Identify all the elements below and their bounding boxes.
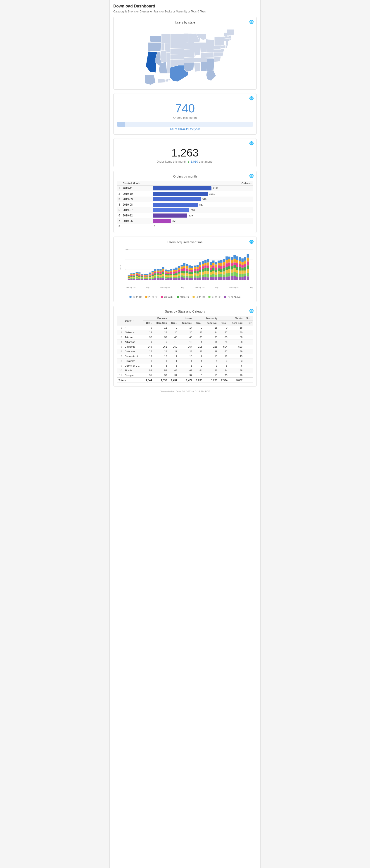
bar-segment: [133, 279, 135, 280]
bar-segment: [241, 277, 244, 280]
bar-segment: [146, 277, 149, 278]
bar-segment: [173, 274, 175, 275]
globe-icon: 🌐: [249, 20, 254, 24]
row-bar: 716: [151, 207, 253, 213]
th-jeans: Jeans: [168, 316, 194, 321]
bar-segment: [138, 272, 141, 273]
bar-segment: [212, 263, 215, 266]
state-sort-arrow[interactable]: ↑: [131, 319, 132, 322]
bar-segment: [199, 272, 201, 275]
bar-segment: [165, 271, 167, 272]
bar-segment: [189, 274, 191, 276]
bar-segment: [175, 271, 178, 273]
totals-jean-ic: 1,472: [179, 378, 194, 383]
bar-segment: [228, 257, 230, 259]
legend-item: 20 to 29: [145, 296, 157, 298]
bar-segment: [239, 277, 241, 280]
legend-item: 50 to 59: [192, 296, 205, 298]
bar-segment: [215, 275, 217, 277]
state-sort-arrow2[interactable]: ↓: [133, 319, 134, 322]
bar-segment: [228, 267, 230, 269]
bar-segment: [162, 276, 164, 278]
order-items-sub: Order Items this month ▲ 1,010 Last mont…: [117, 160, 253, 163]
bar-segment: [157, 271, 159, 272]
bar-segment: [157, 278, 159, 280]
bar-segment: [218, 260, 220, 263]
bar-segment: [202, 266, 204, 269]
bar-segment: [244, 257, 246, 260]
sales-table-row: 3 Arizona 32 32 40 40 35 35 85 88: [117, 335, 253, 340]
row-bar: 946: [151, 196, 253, 202]
bar-segment: [181, 269, 183, 271]
bar-segment: [170, 271, 172, 272]
bar-segment: [159, 271, 162, 272]
page-subtitle: Category is Shorts or Dresses or Jeans o…: [113, 10, 257, 13]
bar-segment: [212, 266, 215, 268]
bar-segment: [162, 271, 164, 272]
legend-item: 30 to 39: [161, 296, 173, 298]
bar-segment: [170, 278, 172, 280]
bar-segment: [225, 256, 228, 260]
bar-segment: [154, 269, 156, 271]
bar-segment: [207, 271, 209, 274]
row-num: 4: [117, 202, 121, 207]
bar-segment: [138, 277, 141, 278]
bar-segment: [175, 278, 178, 280]
bar-segment: [159, 278, 162, 280]
chart-legend: 10 to 1920 to 2930 to 3940 to 4950 to 59…: [117, 296, 253, 298]
legend-item: 60 to 69: [208, 296, 220, 298]
bar-segment: [210, 277, 212, 280]
bar-segment: [234, 262, 236, 265]
bar-segment: [191, 266, 193, 268]
bar-segment: [220, 262, 222, 266]
legend-item: 70 or Above: [224, 296, 241, 298]
bar-segment: [186, 278, 188, 280]
jean-orc-sort[interactable]: ↓: [176, 322, 177, 324]
bar-segment: [183, 278, 185, 280]
bar-segment: [165, 272, 167, 273]
bar-segment: [186, 271, 188, 273]
bar-segment: [130, 277, 132, 278]
bar-segment: [186, 269, 188, 271]
sales-table-row: 2 Alabama 25 25 20 20 23 24 57 60: [117, 330, 253, 335]
svg-marker-30: [201, 62, 207, 71]
bar-segment: [196, 267, 199, 269]
bar-segment: [194, 267, 196, 269]
stacked-bar-chart: 250 0: [125, 247, 253, 285]
svg-marker-26: [206, 39, 214, 52]
globe-icon-6: 🌐: [249, 309, 254, 313]
th-so-or: Or: [244, 321, 253, 326]
bar-segment: [159, 277, 162, 278]
x-label: July: [249, 286, 253, 289]
svg-marker-25: [200, 42, 206, 53]
bar-segment: [165, 270, 167, 271]
bar-segment: [239, 274, 241, 277]
bar-segment: [210, 275, 212, 277]
dress-orc-sort[interactable]: ↓: [151, 322, 152, 324]
bar-segment: [234, 255, 236, 259]
bar-segment: [149, 278, 151, 279]
bar-segment: [220, 277, 222, 280]
bar-segment: [170, 269, 172, 271]
short-orc-sort[interactable]: ↓: [226, 322, 227, 324]
totals-jean-orc: 1,434: [168, 378, 179, 383]
bar-segment: [194, 278, 196, 280]
bar-segment: [128, 277, 130, 278]
bar-table-row: 5 2019-07 716: [117, 207, 253, 213]
bar-segment: [202, 277, 204, 280]
bar-segment: [202, 272, 204, 275]
order-items-last-month-value: 1,010: [191, 160, 198, 163]
bar-segment: [133, 276, 135, 277]
row-num: 2: [117, 191, 121, 196]
bar-segment: [152, 272, 154, 273]
bar-segment: [183, 263, 185, 266]
th-so: So...: [244, 316, 253, 321]
bar-segment: [220, 260, 222, 263]
bar-segment: [136, 275, 138, 276]
bar-segment: [191, 268, 193, 270]
row-num: 8: [117, 224, 121, 229]
bar-segment: [241, 258, 244, 262]
mat-orc-sort[interactable]: ↓: [201, 322, 203, 324]
bar-segment: [241, 265, 244, 268]
bar-segment: [157, 273, 159, 275]
